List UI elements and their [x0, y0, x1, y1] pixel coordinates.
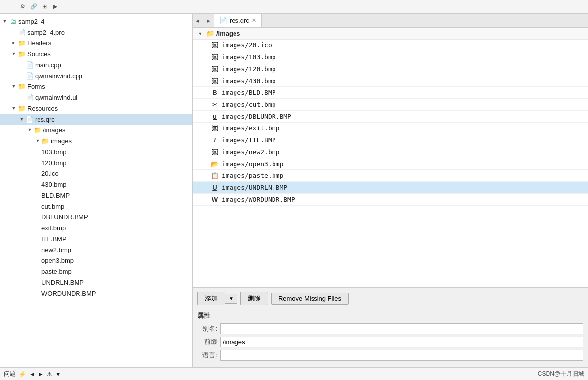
file-row-20ico[interactable]: 🖼 images/20.ico: [193, 40, 588, 51]
label-20ico: 20.ico: [41, 170, 59, 177]
menu-icon[interactable]: ≡: [3, 2, 12, 11]
name-430bmp: images/430.bmp: [222, 77, 276, 84]
tree-item-resqrc[interactable]: ▼ 📄 res.qrc: [0, 114, 192, 125]
add-button[interactable]: 添加: [197, 292, 225, 305]
tree-item-cutbmp[interactable]: cut.bmp: [0, 201, 192, 211]
icon-forms: 📁: [18, 83, 26, 90]
tree-item-qwmainwindcpp[interactable]: 📄 qwmainwind.cpp: [0, 70, 192, 81]
file-row-undrlnbmp[interactable]: U images/UNDRLN.BMP: [193, 182, 588, 194]
tab-close-resqrc[interactable]: ✕: [252, 17, 256, 24]
name-itlbmp: images/ITL.BMP: [222, 136, 276, 144]
file-row-430bmp[interactable]: 🖼 images/430.bmp: [193, 75, 588, 87]
add-dropdown-arrow[interactable]: ▼: [225, 294, 237, 304]
tree-item-120bmp[interactable]: 120.bmp: [0, 157, 192, 168]
tree-item-pastebmp[interactable]: paste.bmp: [0, 266, 192, 277]
icon-103bmp: 🖼: [210, 53, 219, 62]
tab-resqrc[interactable]: 📄 res.qrc ✕: [214, 14, 262, 27]
tree-item-undrlnbmp[interactable]: UNDRLN.BMP: [0, 277, 192, 288]
prefix-row: 前缀: [197, 337, 583, 347]
icon-new2bmp: 🖼: [210, 148, 219, 157]
tab-nav-left[interactable]: ◄: [193, 14, 203, 27]
tree-item-430bmp[interactable]: 430.bmp: [0, 179, 192, 190]
label-pastebmp: paste.bmp: [41, 268, 72, 275]
label-cutbmp: cut.bmp: [41, 203, 64, 210]
tree-item-images-prefix[interactable]: ▼ 📁 /images: [0, 125, 192, 135]
icon-itlbmp: I: [210, 136, 219, 145]
tree-item-exitbmp[interactable]: exit.bmp: [0, 222, 192, 233]
tree-item-itlbmp[interactable]: ITL.BMP: [0, 233, 192, 244]
tree-item-dblundrbmp[interactable]: DBLUNDR.BMP: [0, 211, 192, 222]
link-icon[interactable]: 🔗: [29, 2, 38, 11]
label-headers: Headers: [27, 40, 51, 47]
section-folder-icon: 📁: [206, 30, 214, 37]
btn-row: 添加 ▼ 删除 Remove Missing Files: [193, 288, 588, 309]
icon-maincpp: 📄: [26, 61, 34, 69]
tree-item-images-folder[interactable]: ▼ 📁 images: [0, 135, 192, 146]
name-120bmp: images/120.bmp: [222, 65, 276, 73]
name-undrlnbmp: images/UNDRLN.BMP: [222, 184, 287, 191]
icon-wordundrbmp: W: [210, 195, 219, 204]
tree-item-20ico[interactable]: 20.ico: [0, 168, 192, 179]
tree-item-bldbmp[interactable]: BLD.BMP: [0, 190, 192, 201]
alias-input[interactable]: [220, 323, 583, 334]
name-open3bmp: images/open3.bmp: [222, 160, 283, 168]
status-nav-right[interactable]: ►: [38, 371, 44, 378]
project-tree[interactable]: ▼ 🗂 samp2_4 📄 samp2_4.pro ► 📁 Headers ▼ …: [0, 14, 192, 367]
tab-label-resqrc: res.qrc: [230, 17, 249, 24]
alias-label: 别名:: [197, 324, 217, 333]
file-row-103bmp[interactable]: 🖼 images/103.bmp: [193, 51, 588, 63]
file-row-wordundrbmp[interactable]: W images/WORDUNDR.BMP: [193, 194, 588, 206]
tree-item-wordundrbmp[interactable]: WORDUNDR.BMP: [0, 288, 192, 298]
arrow-icon[interactable]: ▶: [51, 2, 60, 11]
tree-item-open3bmp[interactable]: open3.bmp: [0, 255, 192, 266]
file-row-new2bmp[interactable]: 🖼 images/new2.bmp: [193, 146, 588, 158]
name-wordundrbmp: images/WORDUNDR.BMP: [222, 196, 295, 203]
tree-item-sources[interactable]: ▼ 📁 Sources: [0, 48, 192, 59]
file-row-bldbmp[interactable]: B images/BLD.BMP: [193, 87, 588, 99]
icon-120bmp: 🖼: [210, 65, 219, 74]
icon-cutbmp: ✂: [210, 100, 219, 109]
tree-item-resources[interactable]: ▼ 📁 Resources: [0, 103, 192, 114]
status-sync-icon[interactable]: ⚡: [19, 371, 26, 378]
tree-item-new2bmp[interactable]: new2.bmp: [0, 244, 192, 255]
filter-icon[interactable]: ⚙: [18, 2, 27, 11]
tab-nav-right[interactable]: ►: [203, 14, 214, 27]
tree-item-forms[interactable]: ▼ 📁 Forms: [0, 81, 192, 92]
file-row-pastebmp[interactable]: 📋 images/paste.bmp: [193, 170, 588, 182]
icon-dblundrbmp: u: [210, 112, 219, 121]
file-row-itlbmp[interactable]: I images/ITL.BMP: [193, 134, 588, 146]
arrow-forms: ▼: [10, 83, 18, 90]
prefix-input[interactable]: [220, 337, 583, 347]
status-filter-icon[interactable]: ▼: [55, 371, 61, 378]
arrow-section: ▼: [196, 30, 204, 38]
file-list-area[interactable]: ▼ 📁 /images 🖼 images/20.ico 🖼 images/103…: [193, 28, 588, 287]
remove-missing-button[interactable]: Remove Missing Files: [271, 293, 349, 305]
delete-button[interactable]: 删除: [240, 292, 268, 305]
props-area: 属性 别名: 前缀 语言:: [193, 309, 588, 367]
status-watermark: CSDN@十月旧城: [538, 370, 584, 378]
tree-item-maincpp[interactable]: 📄 main.cpp: [0, 59, 192, 70]
label-images-prefix: /images: [43, 127, 66, 134]
grid-icon[interactable]: ⊞: [40, 2, 49, 11]
tree-item-samp24pro[interactable]: 📄 samp2_4.pro: [0, 27, 192, 38]
icon-resqrc: 📄: [26, 115, 34, 123]
tree-item-headers[interactable]: ► 📁 Headers: [0, 38, 192, 48]
lang-input[interactable]: [220, 350, 583, 361]
status-nav-left[interactable]: ◄: [29, 371, 35, 378]
name-dblundrbmp: images/DBLUNDR.BMP: [222, 113, 291, 120]
icon-qwmainwindui: 📄: [26, 93, 34, 101]
label-itlbmp: ITL.BMP: [41, 235, 67, 243]
file-row-dblundrbmp[interactable]: u images/DBLUNDR.BMP: [193, 111, 588, 123]
label-new2bmp: new2.bmp: [41, 246, 71, 253]
tree-item-103bmp[interactable]: 103.bmp: [0, 146, 192, 157]
file-row-cutbmp[interactable]: ✂ images/cut.bmp: [193, 99, 588, 111]
tree-item-samp2-4[interactable]: ▼ 🗂 samp2_4: [0, 16, 192, 27]
file-row-120bmp[interactable]: 🖼 images/120.bmp: [193, 63, 588, 75]
file-row-open3bmp[interactable]: 📂 images/open3.bmp: [193, 158, 588, 170]
tree-item-qwmainwindui[interactable]: 📄 qwmainwind.ui: [0, 92, 192, 103]
file-row-exitbmp[interactable]: 🖼 images/exit.bmp: [193, 123, 588, 134]
label-open3bmp: open3.bmp: [41, 257, 74, 264]
icon-exitbmp: 🖼: [210, 124, 219, 133]
icon-bldbmp: B: [210, 88, 219, 97]
bottom-controls: 添加 ▼ 删除 Remove Missing Files 属性 别名: 前缀 语…: [193, 287, 588, 367]
